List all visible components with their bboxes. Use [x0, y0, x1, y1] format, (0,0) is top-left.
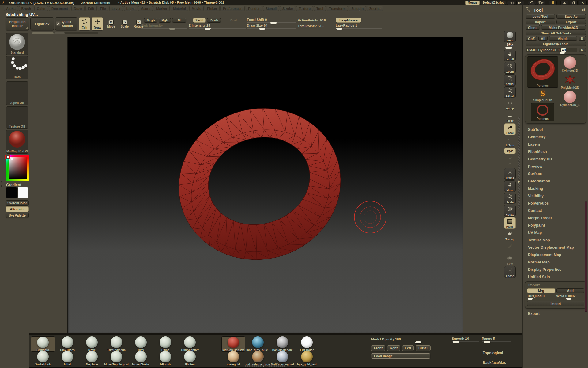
lightbox-tools-button[interactable]: Lightbox▶Tools [526, 42, 586, 46]
section-polypaint[interactable]: Polypaint [525, 222, 586, 229]
rotate-button[interactable]: Rotate [504, 205, 516, 217]
import-action-button[interactable]: Import [527, 301, 584, 306]
document-canvas[interactable] [67, 37, 463, 333]
pane-splitter-icon[interactable] [1, 185, 2, 188]
move-button[interactable]: Move [504, 180, 516, 192]
frame-button[interactable]: Frame [504, 168, 516, 180]
section-fibermesh[interactable]: FiberMesh [525, 148, 586, 155]
spix-knob[interactable] [505, 47, 512, 49]
material-bgs-gold-leaf[interactable]: bgs_gold_leaf [295, 351, 319, 366]
floor-button[interactable]: Floor [504, 111, 516, 123]
tool-name-field[interactable]: PM3D_Cylinder3D_1. 49 [526, 48, 577, 52]
current-dots-thumb[interactable]: Dots [6, 56, 28, 79]
menus-button[interactable]: Menus [466, 1, 480, 5]
focal-shift-slider[interactable]: Focal Shift 0 [247, 18, 296, 23]
scroll-button[interactable]: Scroll [504, 50, 516, 61]
draw-button[interactable]: Draw [92, 17, 103, 30]
goz-all-button[interactable]: All [538, 36, 548, 41]
rot-y-button[interactable] [504, 155, 516, 161]
view-rght-button[interactable]: Rght [387, 345, 400, 351]
goz-button[interactable]: GoZ [526, 36, 537, 41]
lock-button[interactable] [549, 1, 557, 5]
brush-pinch[interactable]: Pinch [153, 336, 177, 352]
actual-button[interactable]: Actual [504, 74, 516, 86]
menu-color[interactable]: Color [34, 6, 48, 11]
section-geometry[interactable]: Geometry [525, 133, 586, 141]
zadd-button[interactable]: Zadd [193, 18, 206, 23]
section-normal-map[interactable]: Normal Map [525, 259, 586, 266]
view-left-button[interactable]: Left [402, 345, 414, 351]
load-image-button[interactable]: Load Image [371, 353, 430, 359]
view-cust1-button[interactable]: Cust1 [416, 345, 431, 351]
weld-slider[interactable]: Weld 0.0002 [556, 294, 585, 299]
current-alpha-off-thumb[interactable]: Alpha Off [6, 81, 28, 105]
xpose-button[interactable]: Xpose [504, 266, 516, 278]
prev-document-button[interactable] [528, 1, 536, 5]
current-texture-off-thumb[interactable]: Texture Off [6, 106, 28, 129]
import-add-button[interactable]: Add [556, 288, 585, 293]
tool-thumb-simplebrush[interactable]: SSimpleBrush [533, 89, 552, 102]
rgb-button[interactable]: Rgb [159, 18, 171, 23]
alternate-button[interactable]: Alternate [6, 206, 29, 212]
make-polymesh3d-button[interactable]: Make PolyMesh3D [541, 25, 586, 30]
move-button[interactable]: M Move [105, 17, 117, 30]
transp-button[interactable]: Transp [504, 229, 516, 241]
close-button[interactable]: × [579, 1, 587, 5]
menu-transform[interactable]: Transform [327, 6, 348, 11]
material-rose-gold[interactable]: rose-gold [221, 351, 245, 366]
export-button[interactable]: Export [556, 20, 586, 24]
tool-thumb-polymesh3d[interactable]: PolyMesh3D [561, 74, 579, 90]
pane-splitter-icon[interactable] [1, 180, 2, 183]
brush-move-elastic[interactable]: Move Elastic [129, 351, 153, 366]
brush-hpolish[interactable]: hPolish [153, 351, 177, 366]
tool-panel-scrollbar[interactable] [585, 201, 587, 312]
local-button[interactable]: Local [504, 123, 516, 135]
material-mah-dirty-blue-[interactable]: mah_dirty_blue_ [246, 336, 270, 352]
default-zscript-button[interactable]: DefaultZScript [481, 1, 506, 5]
menu-file[interactable]: File [98, 6, 108, 11]
lightbox-button[interactable]: LightBox [30, 17, 54, 30]
current-matcap-red-wa-thumb[interactable]: MatCap Red Wa [6, 130, 28, 154]
rot-spin-button[interactable] [504, 161, 516, 167]
mrgb-button[interactable]: Mrgb [144, 18, 157, 23]
material-basicmaterial2[interactable]: BasicMaterial2 [270, 336, 294, 352]
section-polygroups[interactable]: Polygroups [525, 200, 586, 207]
syspalette-button[interactable]: SysPalette [6, 213, 29, 218]
menu-light[interactable]: Light [124, 6, 137, 11]
section-deformation[interactable]: Deformation [525, 178, 586, 185]
color-picker[interactable] [6, 155, 29, 181]
projection-master-button[interactable]: Projection Master [6, 17, 29, 30]
section-layers[interactable]: Layers [525, 141, 586, 148]
current-standard-thumb[interactable]: Standard [6, 33, 28, 55]
brush-move[interactable]: Move [80, 336, 104, 352]
menu-tool[interactable]: Tool [314, 6, 326, 11]
backface-mask-button[interactable]: BackfaceMas [483, 361, 506, 365]
menu-draw[interactable]: Draw [71, 6, 85, 11]
brush-trimdynamic[interactable]: TrimDynamic [104, 336, 128, 352]
tool-r-button[interactable]: R [579, 48, 586, 52]
knife-button[interactable] [504, 242, 516, 253]
brush-standard[interactable]: Standard [31, 336, 55, 352]
right-shelf-scrollbar[interactable] [518, 117, 520, 209]
section-morph-target[interactable]: Morph Target [525, 214, 586, 222]
tool-thumb-perenos-small[interactable]: Perenos [531, 103, 554, 121]
tool-name-slider-knob[interactable] [560, 52, 565, 54]
zcut-button[interactable]: Zcut [228, 18, 239, 23]
material-md-antique-bron[interactable]: md_antique_bron [246, 351, 270, 366]
scroll-left-button[interactable] [507, 1, 515, 5]
brush-trimadaptive[interactable]: TrimAdaptive [178, 336, 202, 352]
restore-button[interactable] [570, 1, 578, 5]
export-section-label[interactable]: Export [525, 312, 586, 316]
lazyradius-slider[interactable]: LazyRadius 1 [336, 24, 382, 29]
rgb-intensity-slider[interactable]: Rgb Intensity [141, 24, 187, 29]
tool-thumb-cylinder3d[interactable]: Cylinder3D [562, 56, 578, 72]
zoom-button[interactable]: Zoom [504, 62, 516, 74]
smooth-slider[interactable]: Smooth 10 [452, 337, 479, 342]
menu-movie[interactable]: Movie [189, 6, 204, 11]
pane-splitter-arrows-icon[interactable]: ◀▶ [517, 180, 520, 183]
material-flat-color[interactable]: Flat Color [295, 336, 319, 352]
menu-material[interactable]: Material [171, 6, 188, 11]
bpr-button[interactable]: BPR [504, 31, 516, 42]
menu-zplugin[interactable]: Zplugin [349, 6, 366, 11]
aahalf-button[interactable]: AAHalf [504, 86, 516, 98]
